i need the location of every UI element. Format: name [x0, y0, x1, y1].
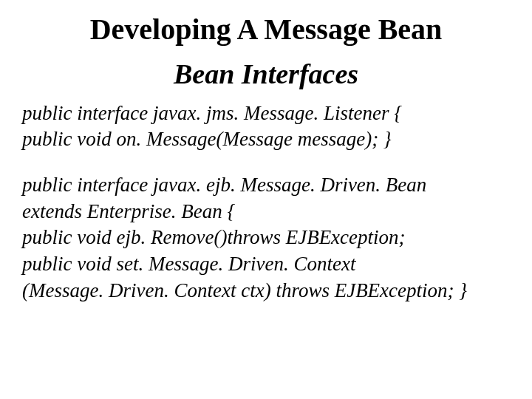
code-block-2: public interface javax. ejb. Message. Dr… — [22, 172, 510, 304]
code-content: public interface javax. jms. Message. Li… — [22, 100, 510, 304]
code-line: (Message. Driven. Context ctx) throws EJ… — [22, 278, 510, 304]
code-line: public interface javax. jms. Message. Li… — [22, 100, 510, 127]
code-line: public interface javax. ejb. Message. Dr… — [22, 172, 510, 199]
code-block-1: public interface javax. jms. Message. Li… — [22, 100, 510, 153]
slide-subtitle: Bean Interfaces — [22, 59, 510, 90]
code-line: public void set. Message. Driven. Contex… — [22, 251, 510, 278]
code-line: extends Enterprise. Bean { — [22, 199, 510, 225]
slide-title: Developing A Message Bean — [22, 13, 510, 46]
code-line: public void on. Message(Message message)… — [22, 126, 510, 153]
slide: Developing A Message Bean Bean Interface… — [0, 0, 532, 399]
code-line: public void ejb. Remove()throws EJBExcep… — [22, 225, 510, 251]
